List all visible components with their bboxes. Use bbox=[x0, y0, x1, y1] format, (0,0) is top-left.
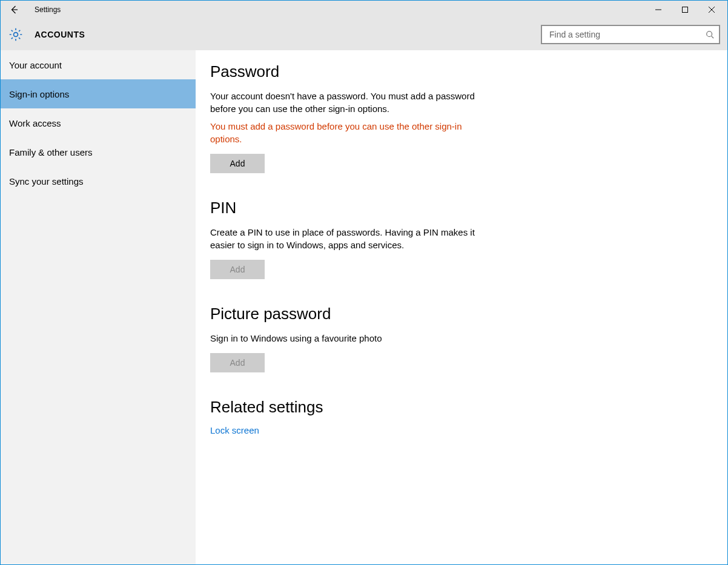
category-header: ACCOUNTS bbox=[1, 19, 727, 50]
search-input[interactable] bbox=[548, 29, 702, 40]
maximize-button[interactable] bbox=[672, 1, 698, 18]
section-description: Sign in to Windows using a favourite pho… bbox=[210, 332, 489, 345]
sidebar-item-sync-your-settings[interactable]: Sync your settings bbox=[1, 167, 196, 196]
maximize-icon bbox=[682, 7, 688, 13]
sidebar-item-label: Sign-in options bbox=[9, 89, 69, 99]
window-controls bbox=[645, 1, 725, 18]
svg-point-5 bbox=[14, 33, 18, 37]
section-related-settings: Related settings Lock screen bbox=[210, 398, 489, 436]
sidebar: Your account Sign-in options Work access… bbox=[1, 50, 196, 564]
close-icon bbox=[709, 7, 715, 13]
content-area: Password Your account doesn't have a pas… bbox=[196, 50, 727, 564]
section-picture-password: Picture password Sign in to Windows usin… bbox=[210, 305, 489, 372]
gear-icon bbox=[8, 27, 24, 42]
sidebar-item-label: Work access bbox=[9, 118, 61, 128]
window-title: Settings bbox=[35, 5, 61, 14]
minimize-icon bbox=[655, 7, 661, 13]
add-pin-button: Add bbox=[210, 260, 265, 279]
close-button[interactable] bbox=[698, 1, 725, 18]
search-icon bbox=[706, 30, 714, 39]
section-description: Create a PIN to use in place of password… bbox=[210, 226, 489, 251]
sidebar-item-work-access[interactable]: Work access bbox=[1, 108, 196, 137]
add-picture-password-button: Add bbox=[210, 353, 265, 372]
lock-screen-link[interactable]: Lock screen bbox=[210, 425, 259, 435]
sidebar-item-label: Your account bbox=[9, 60, 62, 70]
back-button[interactable] bbox=[4, 1, 24, 18]
sidebar-item-label: Sync your settings bbox=[9, 176, 84, 187]
section-title: Related settings bbox=[210, 398, 489, 417]
section-description: Your account doesn't have a password. Yo… bbox=[210, 90, 489, 115]
search-box[interactable] bbox=[541, 25, 720, 44]
sidebar-item-your-account[interactable]: Your account bbox=[1, 50, 196, 79]
back-arrow-icon bbox=[9, 5, 19, 15]
category-title: ACCOUNTS bbox=[35, 30, 85, 39]
sidebar-item-family-other-users[interactable]: Family & other users bbox=[1, 137, 196, 167]
sidebar-item-label: Family & other users bbox=[9, 147, 93, 157]
title-bar: Settings bbox=[1, 1, 727, 19]
add-password-button[interactable]: Add bbox=[210, 154, 265, 173]
section-title: PIN bbox=[210, 199, 489, 217]
svg-rect-2 bbox=[683, 7, 688, 13]
section-title: Password bbox=[210, 62, 489, 81]
section-password: Password Your account doesn't have a pas… bbox=[210, 62, 489, 173]
minimize-button[interactable] bbox=[645, 1, 672, 18]
svg-point-6 bbox=[707, 31, 712, 37]
section-warning: You must add a password before you can u… bbox=[210, 120, 489, 145]
sidebar-item-sign-in-options[interactable]: Sign-in options bbox=[1, 79, 196, 108]
section-title: Picture password bbox=[210, 305, 489, 323]
section-pin: PIN Create a PIN to use in place of pass… bbox=[210, 199, 489, 279]
svg-line-7 bbox=[712, 36, 714, 39]
